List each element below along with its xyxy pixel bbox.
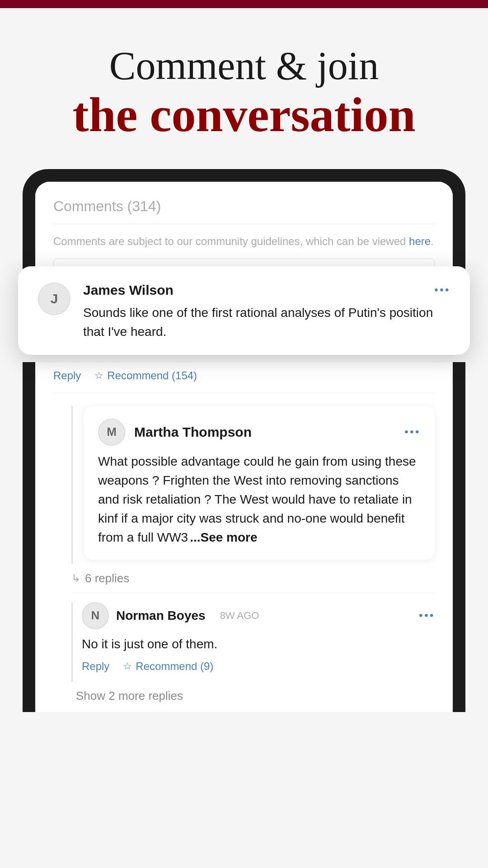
more-options-james[interactable]: ••• bbox=[434, 283, 450, 297]
recommend-button-james[interactable]: ☆ Recommend (154) bbox=[94, 369, 197, 382]
page: Comment & join the conversation Comments… bbox=[0, 0, 488, 868]
reply-button-norman[interactable]: Reply bbox=[82, 660, 109, 673]
hero-line1: Comment & join bbox=[27, 44, 461, 88]
reply-button-james[interactable]: Reply bbox=[53, 369, 81, 382]
timestamp-norman: 8W AGO bbox=[220, 610, 259, 622]
commenter-name-martha: Martha Thompson bbox=[134, 425, 252, 440]
more-options-norman[interactable]: ••• bbox=[419, 609, 435, 623]
see-more-martha[interactable]: ...See more bbox=[190, 530, 257, 544]
commenter-name-norman: Norman Boyes bbox=[116, 609, 206, 623]
comments-count: Comments (314) bbox=[53, 198, 435, 215]
comment-header-martha: M Martha Thompson ••• bbox=[98, 419, 420, 446]
comment-card-james: J James Wilson ••• Sounds like one of th… bbox=[18, 266, 470, 355]
replies-count-martha[interactable]: ↳ 6 replies bbox=[53, 564, 435, 593]
commenter-name-james: James Wilson bbox=[83, 283, 174, 298]
comment-actions-norman: Reply ☆ Recommend (9) bbox=[82, 660, 435, 682]
divider bbox=[53, 224, 435, 224]
avatar-norman: N bbox=[82, 602, 109, 629]
guidelines-notice: Comments are subject to our community gu… bbox=[53, 233, 435, 250]
star-icon-james: ☆ bbox=[94, 370, 103, 382]
avatar-martha: M bbox=[98, 419, 125, 446]
hero-line2: the conversation bbox=[27, 88, 461, 142]
guidelines-link[interactable]: here bbox=[409, 235, 431, 247]
phone-section: Comments (314) Comments are subject to o… bbox=[0, 169, 488, 712]
comment-header-james: James Wilson ••• bbox=[83, 283, 450, 298]
show-more-replies[interactable]: Show 2 more replies bbox=[53, 682, 435, 712]
top-bar bbox=[0, 0, 488, 8]
recommend-button-norman[interactable]: ☆ Recommend (9) bbox=[123, 660, 213, 673]
comment-actions-james: Reply ☆ Recommend (154) bbox=[53, 362, 435, 393]
star-icon-norman: ☆ bbox=[123, 660, 132, 672]
more-options-martha[interactable]: ••• bbox=[404, 425, 420, 439]
replies-arrow-icon: ↳ bbox=[71, 572, 80, 585]
avatar-james: J bbox=[38, 283, 70, 315]
hero-section: Comment & join the conversation bbox=[0, 8, 488, 169]
comment-text-norman: No it is just one of them. bbox=[82, 635, 435, 654]
comment-text-james: Sounds like one of the first rational an… bbox=[83, 303, 450, 341]
